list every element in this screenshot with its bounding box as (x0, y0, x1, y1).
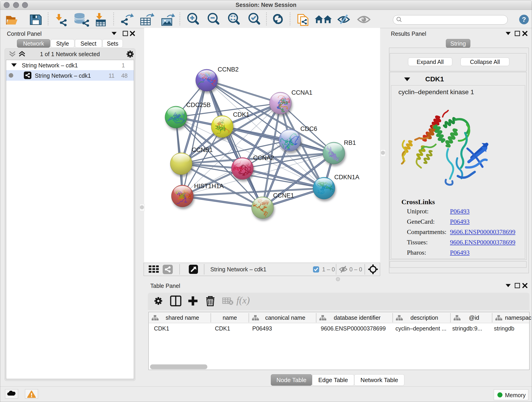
svg-text:CDC25B: CDC25B (186, 102, 211, 108)
svg-text:RB1: RB1 (344, 139, 356, 146)
svg-text:CDK1: CDK1 (233, 111, 249, 118)
svg-text:CDC6: CDC6 (300, 125, 317, 132)
svg-text:CCNB2: CCNB2 (218, 66, 239, 73)
svg-text:CCNE1: CCNE1 (273, 192, 294, 199)
svg-text:CCNA1: CCNA1 (291, 89, 312, 96)
svg-text:CCNB1: CCNB1 (192, 147, 213, 153)
svg-text:CDKN1A: CDKN1A (334, 174, 360, 181)
svg-text:CCNA2: CCNA2 (253, 154, 274, 161)
svg-text:HIST1H1A: HIST1H1A (194, 183, 224, 190)
